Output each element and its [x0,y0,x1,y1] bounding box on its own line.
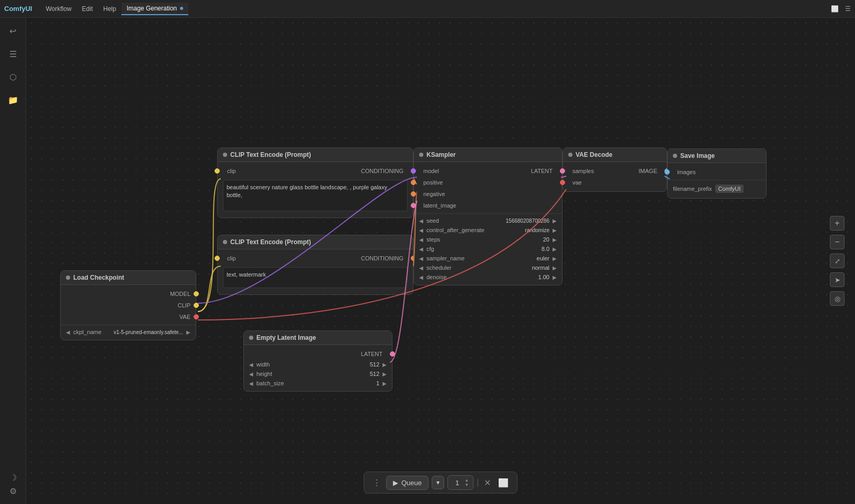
ckpt-next[interactable]: ▶ [185,329,192,335]
control-value: randomize [521,227,549,233]
batch-prev[interactable]: ◀ [248,381,254,386]
count-arrows[interactable]: ▲ ▼ [465,478,469,487]
control-next[interactable]: ▶ [552,227,558,233]
steps-prev[interactable]: ◀ [418,237,424,243]
empty-latent-header[interactable]: Empty Latent Image [244,331,392,345]
node-dot [66,276,70,280]
steps-value: 20 [528,236,549,243]
menu-edit[interactable]: Edit [77,3,98,15]
latent-out-label2: LATENT [531,168,553,174]
control-prev[interactable]: ◀ [418,227,424,233]
clip-neg-header[interactable]: CLIP Text Encode (Prompt) [218,235,413,249]
sidebar-folder-icon[interactable]: 📁 [6,93,20,107]
sidebar-history-icon[interactable]: ↩ [6,24,20,38]
clip-neg-text[interactable]: text, watermark [223,267,408,288]
ckpt-name-row: ◀ ckpt_name v1-5-pruned-emaonly.safete..… [61,327,196,337]
filename-prefix-row: filename_prefix ComfyUI [668,182,766,195]
scheduler-prev[interactable]: ◀ [418,265,424,271]
width-next[interactable]: ▶ [381,362,388,368]
ksampler-body: model LATENT positive negative latent_im… [414,162,562,285]
toolbar-clear-icon[interactable]: ✕ [482,477,493,489]
latent-in-row: latent_image [414,200,562,211]
zoom-in-btn[interactable]: + [830,216,845,231]
seed-prev[interactable]: ◀ [418,218,424,224]
ckpt-label: ckpt_name [73,329,111,335]
cfg-next[interactable]: ▶ [552,246,558,252]
denoise-prev[interactable]: ◀ [418,274,424,280]
batch-value: 1 [358,380,379,386]
canvas[interactable]: Load Checkpoint MODEL CLIP VAE ◀ ckpt_na… [26,18,855,504]
save-image-header[interactable]: Save Image [668,149,766,163]
reset-view-btn[interactable]: ◎ [830,291,845,306]
ksampler-header[interactable]: KSampler [414,148,562,162]
latent-in-port[interactable] [411,203,416,208]
toolbar-separator: | [477,478,479,487]
ckpt-value: v1-5-pruned-emaonly.safete... [114,329,183,335]
count-down-arrow[interactable]: ▼ [465,483,469,487]
menu-bar: ComfyUI Workflow Edit Help Image Generat… [0,0,855,18]
images-in-row: images [668,166,766,178]
window-icon[interactable]: ⬜ [831,5,839,13]
width-value: 512 [358,361,379,368]
load-checkpoint-title: Load Checkpoint [73,274,124,281]
clip-port[interactable] [194,303,199,308]
vae-decode-header[interactable]: VAE Decode [563,148,667,162]
seed-next[interactable]: ▶ [552,218,558,224]
control-row: ◀ control_after_generate randomize ▶ [414,225,562,235]
width-prev[interactable]: ◀ [248,362,254,368]
clip-neg-body: clip CONDITIONING text, watermark [218,249,413,294]
vae-decode-node: VAE Decode samples IMAGE vae [562,147,667,192]
batch-next[interactable]: ▶ [381,381,388,386]
ksampler-title: KSampler [426,151,456,158]
height-next[interactable]: ▶ [381,371,388,377]
clip-in-port[interactable] [215,168,220,174]
sidebar-settings-icon[interactable]: ⚙ [6,484,20,498]
count-up-arrow[interactable]: ▲ [465,478,469,483]
images-in-port[interactable] [665,169,670,175]
navigate-btn[interactable]: ➤ [830,272,845,287]
clip-neg-in-port[interactable] [215,256,220,261]
steps-row: ◀ steps 20 ▶ [414,235,562,244]
steps-next[interactable]: ▶ [552,237,558,243]
denoise-row: ◀ denoise 1.00 ▶ [414,272,562,282]
sidebar-3d-icon[interactable]: ⬡ [6,70,20,84]
filename-prefix-value[interactable]: ComfyUI [715,185,744,193]
scheduler-next[interactable]: ▶ [552,265,558,271]
load-checkpoint-header[interactable]: Load Checkpoint [61,271,196,285]
clip-pos-header[interactable]: CLIP Text Encode (Prompt) [218,148,413,162]
latent-in-label: latent_image [423,202,456,209]
sidebar-darkmode-icon[interactable]: ☽ [6,471,20,484]
model-port[interactable] [194,291,199,296]
clip-pos-body: clip CONDITIONING beautiful scenery natu… [218,162,413,217]
menu-icon[interactable]: ☰ [845,5,851,13]
active-tab[interactable]: Image Generation [121,3,188,15]
clip-pos-text[interactable]: beautiful scenery nature glass bottle la… [223,180,408,211]
queue-button[interactable]: ▶ Queue [386,476,429,490]
positive-in-port[interactable] [411,180,416,185]
queue-dropdown-btn[interactable]: ▾ [432,476,444,489]
cfg-prev[interactable]: ◀ [418,246,424,252]
denoise-next[interactable]: ▶ [552,274,558,280]
sidebar-nodes-icon[interactable]: ☰ [6,47,20,61]
clip-pos-title: CLIP Text Encode (Prompt) [230,151,311,158]
clip-label: CLIP [178,302,190,308]
vae-in-port[interactable] [560,180,565,185]
sampler-next[interactable]: ▶ [552,256,558,261]
latent-out-port[interactable] [390,351,395,357]
menu-help[interactable]: Help [98,3,121,15]
vae-row: vae [563,177,667,188]
samples-in-port[interactable] [560,168,565,174]
zoom-controls: + − ⤢ ➤ ◎ [830,216,845,306]
zoom-out-btn[interactable]: − [830,235,845,249]
tab-label: Image Generation [127,5,177,12]
ckpt-prev[interactable]: ◀ [65,329,71,335]
vae-port[interactable] [194,314,199,319]
sampler-prev[interactable]: ◀ [418,256,424,261]
negative-in-port[interactable] [411,191,416,197]
toolbar-dots-icon[interactable]: ⋮ [370,477,383,489]
fit-btn[interactable]: ⤢ [830,254,845,268]
toolbar-stop-icon[interactable]: ⬜ [496,477,511,489]
model-in-port[interactable] [411,168,416,174]
height-prev[interactable]: ◀ [248,371,254,377]
menu-workflow[interactable]: Workflow [40,3,76,15]
